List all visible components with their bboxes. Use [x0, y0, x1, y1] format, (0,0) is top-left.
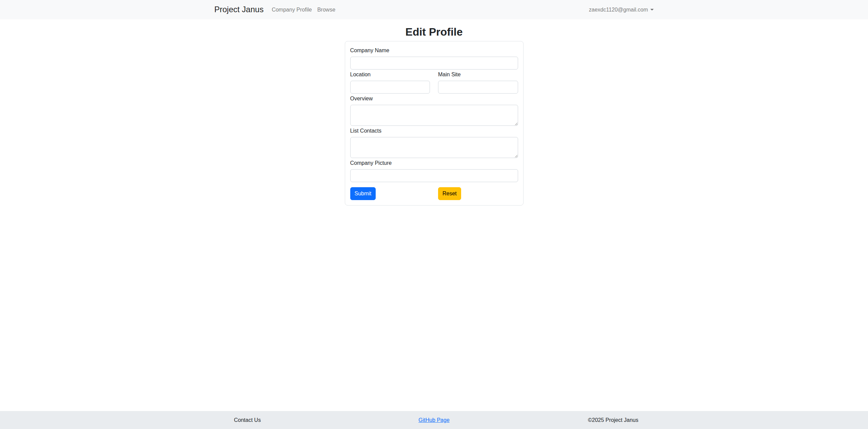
- navbar-brand[interactable]: Project Janus: [214, 5, 263, 15]
- main-site-input[interactable]: [438, 81, 518, 94]
- footer-github-link[interactable]: GitHub Page: [418, 417, 450, 423]
- overview-label: Overview: [350, 95, 518, 103]
- list-contacts-field-group: List Contacts: [350, 127, 518, 158]
- submit-button-cell: Submit: [350, 187, 430, 200]
- location-field-group: Location: [350, 71, 430, 94]
- company-name-label: Company Name: [350, 46, 518, 55]
- footer-copyright: ©2025 Project Janus: [588, 417, 638, 423]
- user-menu-dropdown[interactable]: zaexdc1120@gmail.com: [589, 7, 654, 13]
- footer-contact-us: Contact Us: [234, 417, 261, 423]
- page-title: Edit Profile: [0, 25, 868, 38]
- reset-button[interactable]: Reset: [438, 187, 461, 200]
- location-label: Location: [350, 71, 430, 79]
- company-name-field-group: Company Name: [350, 46, 518, 70]
- main-site-label: Main Site: [438, 71, 518, 79]
- company-picture-label: Company Picture: [350, 159, 518, 167]
- list-contacts-label: List Contacts: [350, 127, 518, 135]
- overview-field-group: Overview: [350, 95, 518, 126]
- caret-down-icon: [650, 9, 654, 11]
- edit-profile-card: Company Name Location Main Site Overview…: [345, 41, 524, 206]
- main-content: Edit Profile Company Name Location Main …: [0, 19, 868, 411]
- company-picture-field-group: Company Picture: [350, 159, 518, 182]
- main-site-field-group: Main Site: [438, 71, 518, 94]
- nav-link-browse[interactable]: Browse: [315, 4, 338, 16]
- nav-link-company-profile[interactable]: Company Profile: [269, 4, 314, 16]
- company-name-input[interactable]: [350, 57, 518, 70]
- overview-textarea[interactable]: [350, 105, 518, 126]
- company-picture-input[interactable]: [350, 169, 518, 182]
- location-mainsite-row: Location Main Site: [350, 71, 518, 95]
- navbar-container: Project Janus Company Profile Browse zae…: [210, 0, 658, 19]
- location-input[interactable]: [350, 81, 430, 94]
- reset-button-cell: Reset: [438, 187, 518, 200]
- navbar: Project Janus Company Profile Browse zae…: [0, 0, 868, 19]
- list-contacts-textarea[interactable]: [350, 137, 518, 158]
- form-buttons-row: Submit Reset: [350, 187, 518, 200]
- submit-button[interactable]: Submit: [350, 187, 376, 200]
- user-email-label: zaexdc1120@gmail.com: [589, 7, 648, 13]
- footer: Contact Us GitHub Page ©2025 Project Jan…: [0, 411, 868, 429]
